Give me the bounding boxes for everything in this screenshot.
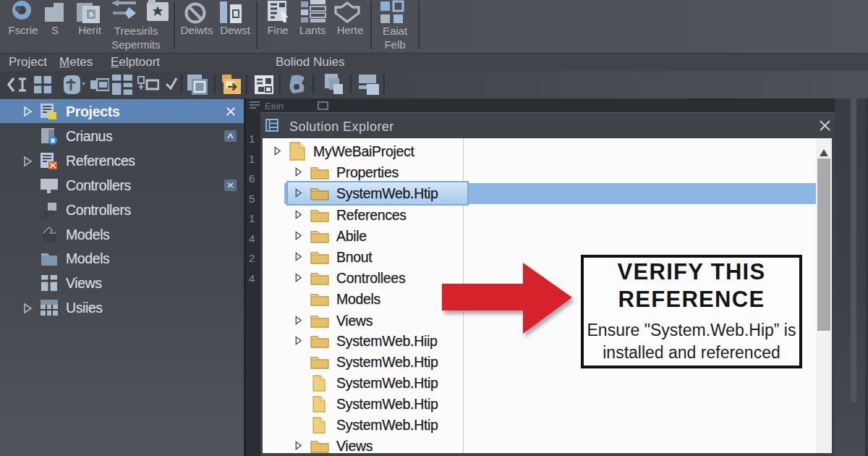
svg-text:s: s <box>89 9 93 18</box>
